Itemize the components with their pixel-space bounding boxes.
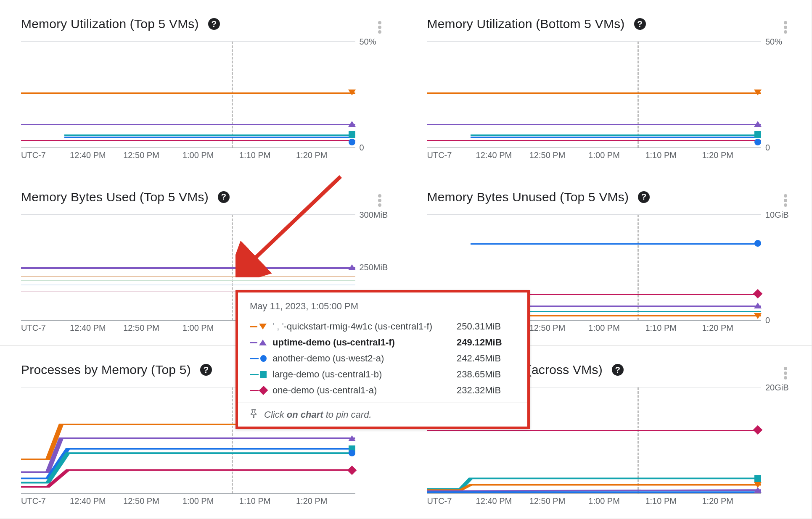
more-vert-icon[interactable] (780, 21, 791, 34)
series-line (64, 137, 355, 138)
triangle-up-icon (259, 340, 267, 345)
pin-icon (250, 409, 257, 421)
y-tick-top: 50% (765, 37, 791, 47)
help-icon[interactable]: ? (218, 191, 230, 203)
more-vert-icon[interactable] (375, 21, 385, 34)
circle-icon (260, 355, 267, 362)
tooltip-value: 249.12MiB (457, 337, 516, 348)
plot[interactable]: 50% 0 (427, 41, 762, 148)
tooltip-label: large-demo (us-central1-b) (272, 369, 451, 380)
series-marker (348, 90, 356, 95)
scanline (232, 42, 233, 148)
help-icon[interactable]: ? (612, 364, 624, 376)
x-tick: 12:50 PM (529, 323, 566, 333)
scanline (637, 215, 639, 321)
series-line (427, 140, 762, 141)
x-tick: 1:10 PM (645, 496, 676, 506)
help-icon[interactable]: ? (634, 18, 646, 30)
series-line (21, 140, 355, 141)
x-tick: 1:00 PM (183, 323, 214, 333)
scanline (637, 42, 639, 148)
x-tick: 1:00 PM (588, 150, 619, 160)
x-tick: 1:20 PM (702, 323, 733, 333)
x-tick: 12:50 PM (123, 150, 159, 160)
series-line-highlight (21, 267, 355, 269)
tooltip-footer: Click on chart to pin card. (238, 403, 527, 427)
series-marker (348, 264, 356, 270)
tz-label: UTC-7 (21, 323, 46, 333)
tooltip-value: 238.65MiB (457, 369, 516, 380)
x-tick: 12:40 PM (476, 496, 512, 506)
tooltip-value: 242.45MiB (457, 353, 516, 364)
y-tick-bottom: 0 (765, 316, 791, 325)
chart-tooltip: May 11, 2023, 1:05:00 PM ' , '-quickstar… (235, 290, 530, 429)
x-tick: 12:50 PM (123, 496, 159, 506)
panel-title: Memory Utilization (Top 5 VMs) (21, 17, 199, 31)
x-tick: 12:50 PM (529, 496, 566, 506)
tooltip-row: ' , '-quickstart-rmig-4w1c (us-central1-… (250, 319, 516, 335)
series-line (427, 124, 762, 125)
x-tick: 1:10 PM (239, 496, 270, 506)
x-tick: 1:00 PM (588, 496, 619, 506)
series-marker (754, 240, 761, 247)
tooltip-footer-text: to pin card. (323, 409, 372, 420)
tooltip-row: large-demo (us-central1-b) 238.65MiB (250, 366, 516, 382)
diamond-icon (259, 386, 268, 395)
y-tick-top: 10GiB (765, 210, 791, 219)
series-marker (754, 487, 762, 493)
tooltip-label: one-demo (us-central1-a) (272, 385, 451, 396)
more-vert-icon[interactable] (375, 194, 385, 207)
series-marker (754, 139, 761, 145)
series-line-faint (21, 276, 355, 277)
y-tick-top: 50% (360, 37, 385, 47)
series-line (427, 92, 762, 94)
series-line (471, 137, 761, 138)
x-tick: 12:50 PM (123, 323, 159, 333)
x-tick: 12:40 PM (70, 496, 106, 506)
x-tick: 1:00 PM (183, 150, 214, 160)
series-marker (348, 121, 356, 127)
x-tick: 1:20 PM (702, 150, 733, 160)
series-line-faint (21, 285, 355, 285)
panel-mem-util-bottom: Memory Utilization (Bottom 5 VMs) ? 50% … (406, 0, 812, 173)
tz-label: UTC-7 (21, 150, 46, 160)
panel-title: Memory Bytes Used (Top 5 VMs) (21, 190, 209, 204)
series-marker (349, 139, 355, 145)
series-marker (754, 90, 762, 95)
y-tick-bottom: 0 (765, 142, 791, 152)
tooltip-label: another-demo (us-west2-a) (272, 353, 451, 364)
help-icon[interactable]: ? (200, 364, 212, 376)
plot[interactable]: 50% 0 (21, 41, 355, 148)
x-tick: 12:40 PM (70, 323, 106, 333)
y-tick-top: 300MiB (360, 210, 385, 219)
panel-title: Memory Bytes Unused (Top 5 VMs) (427, 190, 629, 204)
tooltip-row: uptime-demo (us-central1-f) 249.12MiB (250, 335, 516, 350)
x-axis: UTC-7 12:40 PM 12:50 PM 1:00 PM 1:10 PM … (427, 493, 762, 510)
more-vert-icon[interactable] (780, 367, 791, 379)
series-marker (754, 303, 762, 308)
series-line (64, 134, 355, 136)
series-marker (753, 289, 763, 299)
dashboard-grid: Memory Utilization (Top 5 VMs) ? 50% 0 U… (0, 0, 812, 519)
x-tick: 1:10 PM (239, 150, 270, 160)
chart-area[interactable]: 50% 0 UTC-7 12:40 PM 12:50 PM 1:00 PM 1:… (21, 41, 385, 164)
y-tick-bottom: 250MiB (360, 263, 385, 272)
tz-label: UTC-7 (427, 150, 452, 160)
series-marker (754, 475, 761, 482)
help-icon[interactable]: ? (208, 18, 220, 30)
help-icon[interactable]: ? (638, 191, 650, 203)
tooltip-value: 250.31MiB (457, 321, 516, 332)
series-line (21, 124, 355, 125)
series-marker (348, 435, 356, 441)
x-tick: 1:10 PM (645, 150, 676, 160)
tz-label: UTC-7 (427, 496, 452, 506)
tooltip-timestamp: May 11, 2023, 1:05:00 PM (250, 301, 516, 312)
more-vert-icon[interactable] (780, 194, 791, 207)
series-marker (754, 121, 762, 127)
y-tick-bottom: 0 (360, 142, 385, 152)
panel-title: Memory Utilization (Bottom 5 VMs) (427, 17, 625, 31)
x-tick: 1:20 PM (296, 150, 327, 160)
triangle-down-icon (259, 324, 267, 329)
x-tick: 1:20 PM (296, 496, 327, 506)
chart-area[interactable]: 50% 0 UTC-7 12:40 PM 12:50 PM 1:00 PM 1:… (427, 41, 791, 164)
